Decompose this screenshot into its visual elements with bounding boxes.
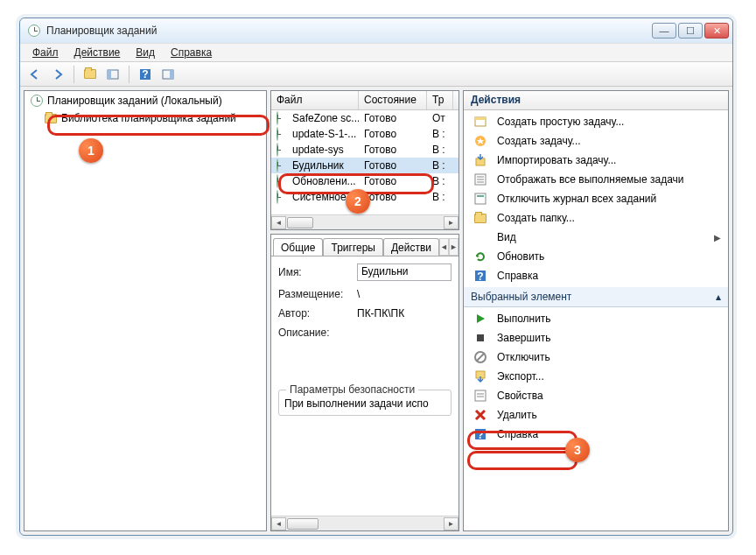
forward-button[interactable]: [48, 65, 67, 84]
location-label: Размещение:: [278, 288, 357, 300]
detail-tabs: Общие Триггеры Действи ◄ ►: [271, 235, 458, 256]
action-properties[interactable]: Свойства: [464, 386, 728, 405]
svg-text:?: ?: [142, 68, 148, 81]
svg-rect-15: [477, 195, 484, 197]
clock-icon: [276, 175, 289, 187]
tab-body: Имя: Будильни Размещение: \ Автор: ПК-ПК…: [271, 256, 458, 516]
task-state: Готово: [364, 191, 396, 203]
up-button[interactable]: [80, 65, 100, 84]
scroll-right-icon[interactable]: ►: [444, 216, 458, 229]
action-help2[interactable]: ?Справка: [464, 425, 728, 444]
panel-toggle-button[interactable]: [103, 65, 122, 84]
action-view[interactable]: Вид▶: [464, 228, 728, 247]
action-import[interactable]: Импортировать задачу...: [464, 151, 728, 170]
scroll-track[interactable]: [286, 517, 444, 530]
play-icon: [472, 312, 488, 326]
action-run[interactable]: Выполнить: [464, 309, 728, 328]
task-name: update-sys: [292, 144, 344, 156]
svg-rect-14: [475, 193, 486, 204]
log-icon: [472, 192, 488, 206]
menubar: Файл Действие Вид Справка: [20, 43, 732, 62]
menu-action[interactable]: Действие: [67, 45, 128, 60]
col-name[interactable]: Файл: [271, 91, 359, 109]
action-label: Отображать все выполняемые задачи: [497, 173, 684, 186]
action-label: Создать папку...: [497, 212, 575, 224]
scroll-thumb[interactable]: [287, 217, 313, 228]
blank-icon: [472, 230, 488, 244]
folder-icon: [44, 111, 58, 125]
tab-actions[interactable]: Действи: [383, 238, 439, 256]
help-icon: ?: [472, 269, 488, 283]
task-name: SafeZone sc...: [292, 112, 359, 124]
tree-root[interactable]: Планировщик заданий (Локальный): [26, 93, 264, 109]
scroll-left-icon[interactable]: ◄: [271, 517, 286, 530]
action-delete[interactable]: Удалить: [464, 405, 728, 425]
task-name: update-S-1-...: [292, 128, 356, 140]
minimize-button[interactable]: —: [652, 23, 676, 39]
clock-icon: [276, 128, 289, 140]
task-grid[interactable]: SafeZone sc...ГотовоОтupdate-S-1-...Гото…: [271, 110, 458, 214]
action-label: Вид: [497, 231, 516, 243]
action-pane-toggle-button[interactable]: [158, 65, 178, 84]
collapse-icon: ▴: [716, 291, 721, 303]
task-row[interactable]: Системное ...ГотовоВ :: [271, 189, 458, 205]
svg-line-20: [477, 354, 484, 361]
help-button[interactable]: ?: [136, 65, 155, 84]
action-disable_log[interactable]: Отключить журнал всех заданий: [464, 189, 728, 208]
task-name: Системное ...: [292, 191, 358, 203]
scroll-left-icon[interactable]: ◄: [271, 216, 286, 229]
scroll-thumb[interactable]: [287, 518, 318, 530]
action-create_basic[interactable]: Создать простую задачу...: [464, 112, 728, 131]
maximize-button[interactable]: ☐: [678, 23, 703, 39]
action-new_folder[interactable]: Создать папку...: [464, 208, 728, 228]
tab-general[interactable]: Общие: [273, 238, 323, 256]
action-show_running[interactable]: Отображать все выполняемые задачи: [464, 170, 728, 189]
task-trigger: От: [432, 112, 445, 124]
svg-rect-18: [477, 334, 484, 341]
action-label: Обновить: [497, 250, 544, 263]
menu-view[interactable]: Вид: [129, 45, 162, 60]
scroll-right-icon[interactable]: ►: [444, 517, 458, 530]
svg-rect-7: [475, 117, 486, 120]
tree-library[interactable]: Библиотека планировщика заданий: [40, 110, 264, 126]
refresh-icon: [472, 249, 488, 263]
scroll-track[interactable]: [286, 216, 444, 229]
action-create[interactable]: Создать задачу...: [464, 131, 728, 151]
clock-icon: [30, 94, 44, 108]
action-label: Свойства: [497, 390, 543, 402]
action-disable[interactable]: Отключить: [464, 348, 728, 367]
action-help1[interactable]: ?Справка: [464, 266, 728, 285]
action-export[interactable]: Экспорт...: [464, 367, 728, 386]
task-name: Обновлени...: [292, 175, 356, 187]
tab-triggers[interactable]: Триггеры: [323, 238, 383, 256]
window-frame: Планировщик заданий — ☐ ✕ Файл Действие …: [19, 18, 733, 536]
action-label: Удалить: [497, 409, 537, 421]
export-icon: [472, 369, 488, 383]
menu-file[interactable]: Файл: [25, 45, 66, 60]
task-row[interactable]: Обновлени...ГотовоВ :: [271, 173, 458, 189]
name-field[interactable]: Будильни: [357, 263, 452, 281]
grid-hscroll[interactable]: ◄ ►: [271, 214, 458, 229]
titlebar[interactable]: Планировщик заданий — ☐ ✕: [20, 18, 732, 43]
task-trigger: В :: [432, 159, 445, 172]
tab-scroll-left[interactable]: ◄: [439, 238, 449, 256]
disable-icon: [472, 350, 488, 364]
action-refresh[interactable]: Обновить: [464, 247, 728, 266]
menu-help[interactable]: Справка: [164, 45, 219, 60]
task-row[interactable]: update-S-1-...ГотовоВ :: [271, 126, 458, 142]
tab-scroll-right[interactable]: ►: [449, 238, 458, 256]
col-state[interactable]: Состояние: [359, 91, 427, 109]
col-trigger[interactable]: Тр: [427, 91, 453, 109]
action-end[interactable]: Завершить: [464, 328, 728, 348]
task-row[interactable]: SafeZone sc...ГотовоОт: [271, 110, 458, 126]
detail-hscroll[interactable]: ◄ ►: [271, 516, 458, 530]
props-icon: [472, 389, 488, 403]
close-button[interactable]: ✕: [704, 23, 729, 39]
back-button[interactable]: [25, 65, 45, 84]
section-label: Выбранный элемент: [471, 291, 571, 303]
import-icon: [472, 153, 488, 167]
task-row[interactable]: update-sysГотовоВ :: [271, 142, 458, 158]
author-value: ПК-ПК\ПК: [357, 307, 404, 320]
task-row[interactable]: БудильникГотовоВ :: [271, 158, 458, 173]
actions-section-selected[interactable]: Выбранный элемент ▴: [464, 287, 728, 307]
